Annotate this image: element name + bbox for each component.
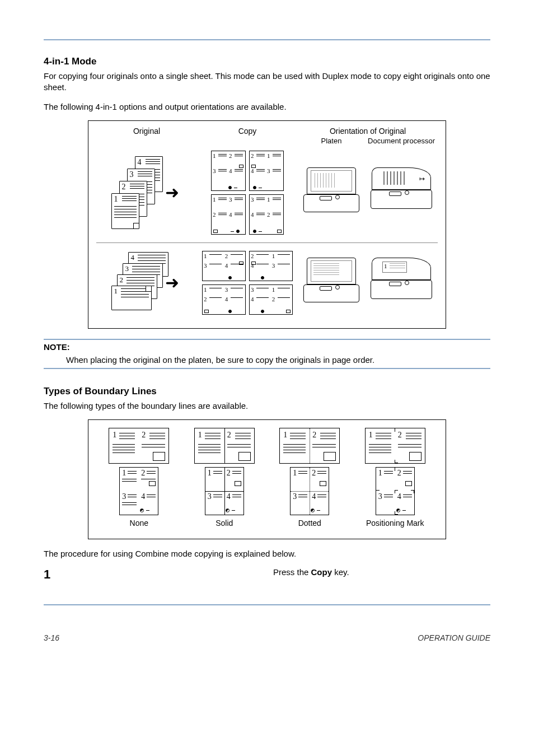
col-copy: Copy xyxy=(197,127,298,136)
bottom-rule xyxy=(44,604,490,605)
boundary-none: 1 2 1 2 3 4 xyxy=(102,428,175,528)
original-stack-landscape: 4 3 2 1 xyxy=(113,252,163,314)
note-block: NOTE: When placing the original on the p… xyxy=(44,339,490,369)
docproc-portrait-icon: ↦ xyxy=(371,167,432,218)
boundary-dotted: 1 2 1 2 3 4 xyxy=(273,428,346,528)
step-1: 1 Press the Copy key. xyxy=(44,567,490,582)
diagram-row-portrait: 4 3 2 1 ➜ 1234 2143 1324 3142 ↦ xyxy=(96,145,438,240)
subcol-platen: Platen xyxy=(298,137,365,145)
top-rule xyxy=(44,39,490,40)
col-orientation: Orientation of Original xyxy=(298,127,438,136)
para-boundary: The following types of the boundary line… xyxy=(44,400,490,412)
note-text: When placing the original on the platen,… xyxy=(66,355,490,365)
copy-variants-portrait: 1234 2143 1324 3142 xyxy=(197,151,298,235)
diagram-row-landscape: 4 3 2 1 ➜ 1234 2143 1324 3142 1 xyxy=(96,245,438,320)
boundary-posmark: 1 2 1 2 3 4 xyxy=(359,428,432,528)
docproc-landscape-icon: 1 xyxy=(371,258,432,308)
section-boundary-title: Types of Boundary Lines xyxy=(44,386,490,397)
para-procedure: The procedure for using Combine mode cop… xyxy=(44,548,490,559)
step-text: Press the Copy key. xyxy=(273,567,490,582)
boundary-solid: 1 2 1 2 3 4 xyxy=(188,428,261,528)
original-stack-portrait: 4 3 2 1 xyxy=(113,156,163,229)
page-number: 3-16 xyxy=(44,633,59,642)
para-4in1-options: The following 4-in-1 options and output … xyxy=(44,101,490,113)
arrow-icon: ➜ xyxy=(165,183,179,202)
para-4in1-desc: For copying four originals onto a single… xyxy=(44,71,490,94)
subcol-docproc: Document processor xyxy=(365,137,438,145)
platen-portrait-icon xyxy=(303,167,359,218)
note-label: NOTE: xyxy=(44,342,490,352)
copy-variants-landscape: 1234 2143 1324 3142 xyxy=(197,251,298,315)
section-4in1-title: 4-in-1 Mode xyxy=(44,56,490,67)
diagram-4in1: Original Copy Orientation of Original Pl… xyxy=(88,120,446,329)
footer-title: OPERATION GUIDE xyxy=(418,633,490,642)
col-original: Original xyxy=(96,127,197,136)
step-number: 1 xyxy=(44,567,273,582)
platen-landscape-icon xyxy=(303,258,359,308)
boundary-diagram: 1 2 1 2 3 4 xyxy=(88,419,446,539)
